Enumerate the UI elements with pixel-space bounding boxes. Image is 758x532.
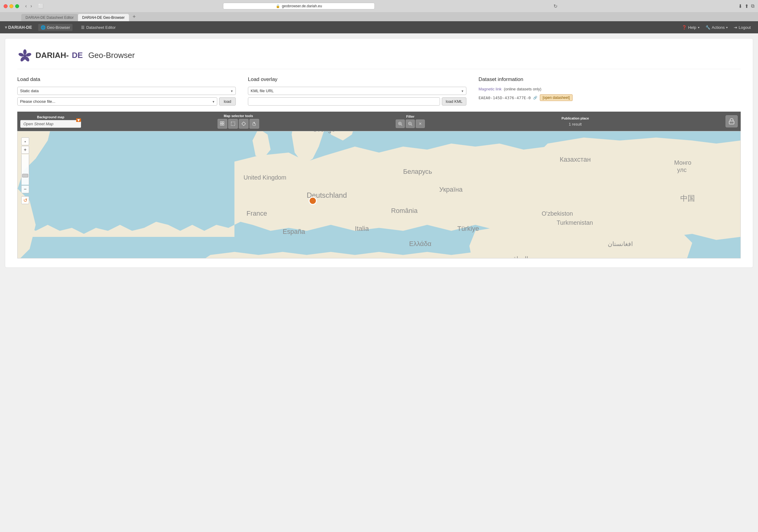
open-datasheet-button[interactable]: [open datasheet]	[540, 94, 572, 101]
map-dot-button[interactable]: ●	[21, 137, 29, 145]
reload-button[interactable]: ↻	[554, 3, 557, 9]
nav-actions[interactable]: 🔧 Actions ▾	[703, 24, 730, 31]
svg-text:افغانستان: افغانستان	[608, 241, 633, 247]
hand-tool[interactable]	[250, 119, 259, 129]
nav-logout[interactable]: ⇥ Logout	[731, 24, 753, 31]
load-data-section: Load data Static data ▼ Please choose fi…	[17, 77, 236, 106]
svg-text:Казахстан: Казахстан	[560, 155, 591, 163]
logout-icon: ⇥	[734, 25, 737, 30]
grid-select-tool[interactable]	[218, 119, 227, 129]
background-map-section: Background map Open Street Map ▼	[20, 115, 81, 128]
logo-de-text: DE	[72, 50, 83, 60]
filter-label: Filter	[406, 115, 415, 118]
datasheet-editor-nav-icon: ☰	[81, 25, 85, 30]
svg-text:France: France	[246, 210, 267, 217]
dataset-info-section: Dataset information Magnetic link (onlin…	[478, 77, 741, 106]
actions-chevron-icon: ▾	[726, 26, 728, 29]
browser-chrome: ‹ › ⬜ 🔒 geobrowser.de.dariah.eu ↻ ⬇ ⬆ ⧉ …	[0, 0, 758, 21]
content-card: DARIAH-DE Geo-Browser Load data Static d…	[5, 38, 753, 268]
map-svg: Ísland Suomi Sverige United Kingdom Бела…	[17, 131, 741, 258]
ssl-lock-icon: 🔒	[276, 4, 280, 8]
tab-datasheet-editor[interactable]: DARIAH-DE Datasheet Editor	[21, 14, 78, 21]
svg-line-22	[411, 124, 412, 125]
svg-rect-9	[220, 124, 222, 125]
magnetic-link-row: Magnetic link (online datasets only)	[478, 87, 741, 91]
brand-label: DARIAH-DE	[8, 25, 32, 30]
brand: ▾ DARIAH-DE	[5, 25, 32, 30]
svg-rect-7	[220, 122, 222, 123]
tabs-button[interactable]: ⧉	[751, 3, 754, 9]
new-tab-button[interactable]: +	[130, 14, 138, 20]
map-container[interactable]: Ísland Suomi Sverige United Kingdom Бела…	[17, 131, 741, 258]
reader-view-button[interactable]: ⬜	[37, 4, 45, 9]
background-map-dropdown[interactable]: Open Street Map	[20, 120, 81, 128]
data-type-select[interactable]: Static data	[17, 87, 236, 95]
help-icon: ❓	[682, 25, 687, 30]
app-name-text: Geo-Browser	[88, 50, 135, 60]
sections-row: Load data Static data ▼ Please choose fi…	[17, 77, 741, 106]
svg-text:O'zbekiston: O'zbekiston	[542, 210, 573, 217]
kml-url-input[interactable]	[248, 97, 440, 106]
nav-help[interactable]: ❓ Help ▾	[679, 24, 702, 31]
magnetic-link[interactable]: Magnetic link	[478, 87, 501, 91]
tab-geo-browser[interactable]: DARIAH-DE Geo-Browser	[78, 14, 129, 21]
svg-point-54	[309, 197, 317, 204]
file-choose-select[interactable]: Please choose file...	[17, 97, 217, 106]
dataset-id-row: EAEA0-145D-4376-477E-0 🔗 [open datasheet…	[478, 94, 741, 101]
magnetic-link-suffix: (online datasets only)	[504, 87, 542, 91]
svg-point-0	[23, 49, 27, 54]
traffic-lights	[4, 4, 19, 8]
geo-browser-nav-label: Geo-Browser	[47, 25, 70, 30]
minimize-window-button[interactable]	[9, 4, 13, 8]
area-select-tool[interactable]	[228, 119, 238, 129]
logo-dariah-text: DARIAH-	[36, 50, 69, 60]
svg-text:España: España	[283, 228, 305, 235]
dataset-info-title: Dataset information	[478, 77, 741, 83]
zoom-in-button[interactable]: +	[21, 146, 29, 154]
logo-area: DARIAH-DE Geo-Browser	[17, 48, 741, 69]
nav-geo-browser[interactable]: 🌐 Geo-Browser	[38, 24, 73, 31]
svg-text:Беларусь: Беларусь	[403, 168, 432, 175]
map-reset-button[interactable]: ↺	[21, 196, 29, 204]
publication-place-label: Publication place	[561, 116, 589, 120]
load-button[interactable]: load	[219, 97, 236, 106]
tab-datasheet-editor-label: DARIAH-DE Datasheet Editor	[25, 16, 74, 20]
lock-button[interactable]	[726, 115, 738, 127]
svg-text:Sverige: Sverige	[313, 131, 335, 133]
svg-line-18	[401, 124, 402, 125]
zoom-in-filter-button[interactable]	[396, 119, 405, 128]
maximize-window-button[interactable]	[15, 4, 19, 8]
zoom-out-filter-button[interactable]	[406, 119, 415, 128]
close-window-button[interactable]	[4, 4, 8, 8]
svg-text:Turkmenistan: Turkmenistan	[557, 219, 593, 226]
svg-text:中国: 中国	[680, 194, 695, 202]
background-map-select-wrapper: Open Street Map ▼	[20, 120, 81, 128]
url-bar[interactable]: 🔒 geobrowser.de.dariah.eu	[223, 3, 375, 9]
back-button[interactable]: ‹	[24, 3, 28, 9]
share-button[interactable]: ⬆	[745, 3, 749, 9]
zoom-track	[21, 154, 29, 185]
clear-filter-button[interactable]: ✕	[416, 119, 425, 128]
svg-text:United Kingdom: United Kingdom	[243, 174, 286, 181]
map-controls: ● + − ↺	[21, 137, 29, 204]
browser-actions: ⬇ ⬆ ⧉	[738, 3, 754, 9]
point-select-tool[interactable]	[239, 119, 249, 129]
filter-section: Filter ✕	[396, 115, 425, 128]
kml-type-select-wrapper: KML file URL ▼	[248, 87, 466, 95]
download-button[interactable]: ⬇	[738, 3, 742, 9]
zoom-thumb[interactable]	[22, 174, 28, 178]
load-data-title: Load data	[17, 77, 236, 83]
load-kml-button[interactable]: load KML	[442, 97, 466, 106]
zoom-out-button[interactable]: −	[21, 185, 29, 193]
nav-right: ❓ Help ▾ 🔧 Actions ▾ ⇥ Logout	[679, 24, 753, 31]
geo-browser-nav-icon: 🌐	[41, 25, 46, 30]
result-count: 1 result	[568, 122, 582, 126]
kml-type-select[interactable]: KML file URL	[248, 87, 466, 95]
url-text: geobrowser.de.dariah.eu	[282, 4, 322, 8]
forward-button[interactable]: ›	[29, 3, 33, 9]
svg-rect-8	[223, 122, 224, 123]
nav-datasheet-editor[interactable]: ☰ Datasheet Editor	[79, 24, 118, 31]
map-selector-tools-label: Map selector tools	[224, 114, 253, 118]
svg-rect-24	[729, 121, 734, 124]
app-navbar: ▾ DARIAH-DE 🌐 Geo-Browser ☰ Datasheet Ed…	[0, 21, 758, 33]
